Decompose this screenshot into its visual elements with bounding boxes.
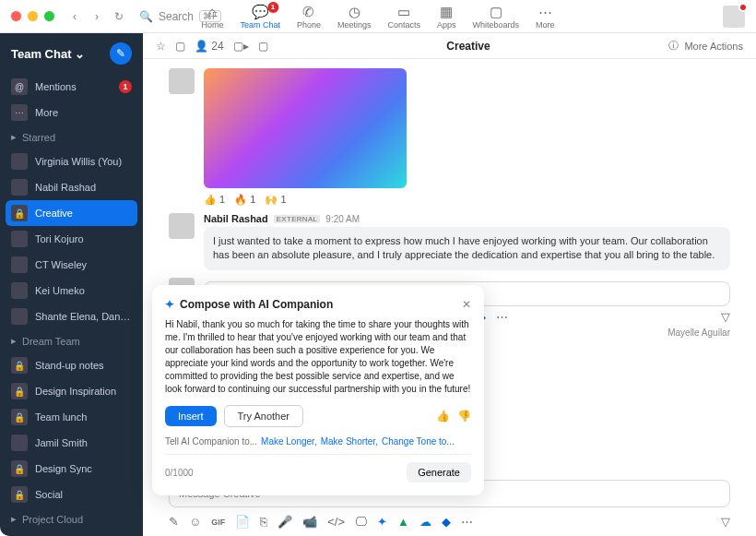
image-attachment[interactable] (204, 68, 407, 188)
topnav-more[interactable]: ⋯More (536, 4, 555, 30)
suggestion-link[interactable]: Change Tone to... (382, 436, 455, 447)
nav-history[interactable]: ↻ (110, 7, 128, 26)
search-placeholder: Search (159, 10, 194, 23)
more-actions[interactable]: More Actions (684, 41, 743, 52)
bookmark-icon[interactable]: ▢ (175, 40, 185, 53)
message-bubble: I just wanted to take a moment to expres… (204, 227, 730, 270)
sidebar-item[interactable]: Shante Elena, Daniel Bow... (0, 304, 143, 329)
message-avatar (169, 68, 195, 94)
ai-generated-text: Hi Nabil, thank you so much for taking t… (165, 318, 471, 396)
compose-button[interactable]: ✎ (110, 42, 132, 65)
topnav-phone[interactable]: ✆Phone (297, 4, 321, 30)
insert-button[interactable]: Insert (165, 406, 217, 426)
file-icon[interactable]: 📄 (235, 515, 250, 529)
sidebar-item[interactable]: Virginia Willis (You) (0, 149, 143, 174)
nav-back[interactable]: ‹ (65, 7, 84, 26)
audio-icon[interactable]: 🎤 (278, 515, 292, 529)
generate-button[interactable]: Generate (407, 462, 471, 482)
video-icon[interactable]: ▢▸ (233, 40, 249, 53)
sidebar-item[interactable]: Nabil Rashad (0, 174, 143, 200)
section-starred[interactable]: ▸Starred (0, 125, 143, 149)
nav-forward[interactable]: › (88, 7, 106, 26)
reactions-bar[interactable]: 👍 1 🔥 1 🙌 1 (204, 194, 730, 206)
sidebar-item[interactable]: Jamil Smith (0, 430, 143, 456)
suggestion-label: Tell AI Companion to... (165, 436, 257, 447)
sidebar-more[interactable]: ⋯More (0, 100, 143, 125)
more-icon[interactable]: ⋯ (461, 515, 473, 529)
more-chat-icon[interactable]: ▢ (258, 40, 268, 53)
sidebar-title[interactable]: Team Chat ⌄ (11, 47, 85, 61)
code-icon[interactable]: </> (327, 515, 345, 529)
sidebar-item[interactable]: Tori Kojuro (0, 226, 143, 252)
close-window[interactable] (11, 11, 21, 21)
screen-icon[interactable]: 🖵 (355, 515, 367, 529)
thumbs-up-icon[interactable]: 👍 (436, 410, 450, 423)
topnav-contacts[interactable]: ▭Contacts (388, 4, 421, 30)
topnav-meetings[interactable]: ◷Meetings (337, 4, 372, 30)
sidebar-item[interactable]: 🔒Creative (6, 200, 137, 226)
sidebar-item[interactable]: 🔒Design Sync (0, 456, 143, 482)
topnav-home[interactable]: ⌂Home (201, 4, 223, 30)
channel-title: Creative (268, 40, 669, 53)
timestamp: 9:20 AM (325, 214, 360, 224)
thumbs-down-icon[interactable]: 👎 (457, 410, 471, 423)
message-avatar (169, 213, 195, 239)
author-name[interactable]: Nabil Rashad (204, 213, 268, 224)
topnav-team-chat[interactable]: 💬1Team Chat (240, 4, 280, 30)
box-icon[interactable]: ◆ (442, 515, 451, 529)
user-avatar[interactable] (723, 6, 745, 28)
sidebar-mentions[interactable]: @Mentions1 (0, 74, 143, 100)
star-icon[interactable]: ☆ (156, 40, 166, 53)
members-count[interactable]: 👤 24 (195, 40, 224, 53)
minimize-window[interactable] (28, 11, 38, 21)
close-icon[interactable]: ✕ (462, 298, 471, 311)
onedrive-icon[interactable]: ☁ (419, 515, 431, 529)
suggestion-link[interactable]: Make Longer, (261, 436, 317, 447)
section-dream-team[interactable]: ▸Dream Team (0, 329, 143, 352)
topnav-whiteboards[interactable]: ▢Whiteboards (473, 4, 520, 30)
sidebar-item[interactable]: 🔒Social (0, 482, 143, 507)
try-another-button[interactable]: Try Another (224, 405, 303, 427)
filter-icon[interactable]: ▽ (721, 515, 730, 529)
ai-popup-title: ✦Compose with AI Companion (165, 298, 333, 311)
sidebar-item[interactable]: 🔒Team lunch (0, 404, 143, 430)
search-icon: 🔍 (139, 10, 153, 23)
suggestion-link[interactable]: Make Shorter, (321, 436, 378, 447)
char-count: 0/1000 (165, 468, 194, 478)
emoji-icon[interactable]: ☺ (189, 515, 201, 529)
sidebar-item[interactable]: 🔒Stand-up notes (0, 352, 143, 378)
clip-icon[interactable]: ⎘ (260, 515, 267, 529)
topnav-apps[interactable]: ▦Apps (437, 4, 456, 30)
presence-indicator (738, 3, 748, 12)
drive-icon[interactable]: ▲ (397, 515, 409, 529)
info-icon[interactable]: ⓘ (668, 39, 679, 53)
section-project-cloud[interactable]: ▸Project Cloud (0, 507, 143, 530)
gif-icon[interactable]: GIF (211, 518, 225, 527)
more-icon[interactable]: ⋯ (496, 310, 508, 324)
sidebar-item[interactable]: Kei Umeko (0, 278, 143, 304)
section-chats[interactable]: ▸Chats (0, 530, 143, 536)
video-rec-icon[interactable]: 📹 (302, 515, 317, 529)
ai-icon[interactable]: ✦ (377, 515, 387, 529)
sidebar-item[interactable]: 🔒Design Inspiration (0, 378, 143, 404)
maximize-window[interactable] (44, 11, 54, 21)
ai-companion-popup: ✦Compose with AI Companion ✕ Hi Nabil, t… (152, 285, 484, 495)
filter-icon[interactable]: ▽ (721, 310, 730, 324)
external-tag: EXTERNAL (274, 215, 321, 223)
sidebar-item[interactable]: CT Wiseley (0, 252, 143, 278)
format-icon[interactable]: ✎ (169, 515, 179, 529)
